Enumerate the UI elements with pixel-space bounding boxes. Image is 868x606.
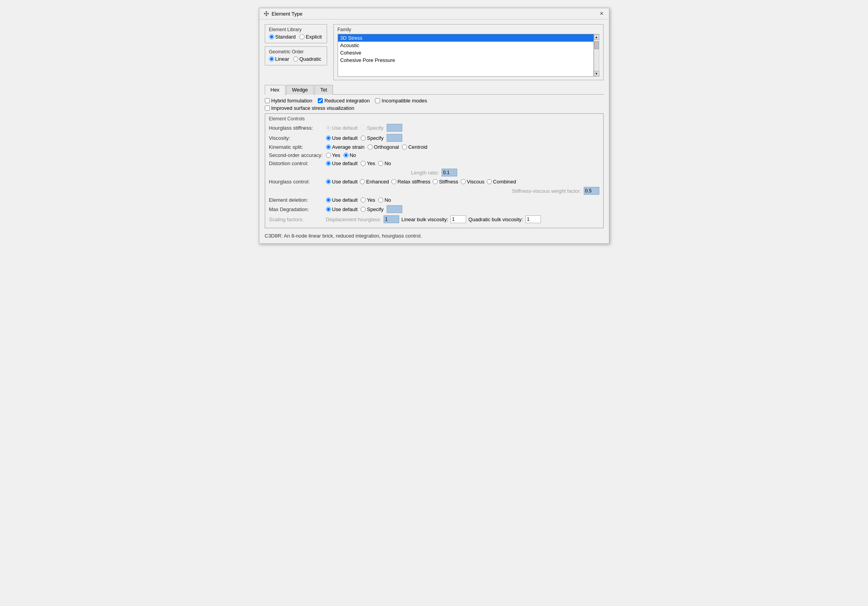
hc-combined-label[interactable]: Combined (487, 179, 516, 185)
hc-enhanced-radio[interactable] (360, 179, 365, 184)
orthogonal-radio[interactable] (368, 144, 373, 150)
quadratic-bulk-viscosity-input[interactable] (525, 215, 541, 223)
tab-hex[interactable]: Hex (265, 85, 285, 95)
tab-bar: Hex Wedge Tet (265, 85, 604, 95)
soa-yes-label[interactable]: Yes (326, 152, 340, 158)
dialog-body: Element Library Standard Explicit Geomet (259, 19, 609, 243)
family-list[interactable]: 3D Stress Acoustic Cohesive Cohesive Por… (338, 34, 594, 77)
hc-combined-radio[interactable] (487, 179, 492, 184)
element-library-label: Element Library (269, 27, 323, 32)
soa-yes-radio[interactable] (326, 153, 331, 158)
md-use-default-label[interactable]: Use default (326, 206, 358, 212)
hc-relax-stiffness-radio[interactable] (391, 179, 396, 184)
dc-use-default-text: Use default (332, 160, 358, 166)
viscosity-input[interactable] (387, 134, 402, 142)
length-ratio-input[interactable] (442, 169, 457, 176)
ed-use-default-radio[interactable] (326, 197, 331, 203)
family-label: Family (338, 27, 599, 32)
dc-no-label[interactable]: No (378, 160, 391, 166)
family-item-cohesive-pore[interactable]: Cohesive Pore Pressure (338, 56, 593, 64)
reduced-integration-label[interactable]: Reduced integration (318, 98, 370, 104)
centroid-text: Centroid (408, 144, 427, 150)
standard-radio[interactable] (269, 34, 274, 39)
hourglass-specify-label: Specify (361, 125, 384, 131)
soa-no-radio[interactable] (343, 153, 349, 158)
orthogonal-label[interactable]: Orthogonal (368, 144, 399, 150)
explicit-label: Explicit (306, 34, 322, 40)
hc-stiffness-radio[interactable] (433, 179, 438, 184)
explicit-radio[interactable] (299, 34, 305, 39)
tab-tet[interactable]: Tet (315, 85, 333, 95)
average-strain-radio[interactable] (326, 144, 331, 150)
centroid-label[interactable]: Centroid (402, 144, 427, 150)
dc-yes-label[interactable]: Yes (361, 160, 375, 166)
quadratic-radio[interactable] (293, 56, 298, 62)
viscosity-specify-label[interactable]: Specify (361, 135, 384, 141)
hybrid-formulation-checkbox[interactable] (265, 98, 270, 103)
centroid-radio[interactable] (402, 144, 407, 150)
hc-viscous-label[interactable]: Viscous (461, 179, 484, 185)
stiffness-viscous-row: Stiffness-viscous weight factor: (269, 187, 599, 195)
close-button[interactable]: × (598, 11, 605, 17)
dc-no-radio[interactable] (378, 161, 383, 166)
viscosity-specify-radio[interactable] (361, 136, 366, 141)
geometric-order-label: Geometric Order (269, 49, 323, 55)
ed-yes-text: Yes (367, 197, 375, 203)
explicit-radio-label[interactable]: Explicit (299, 34, 322, 40)
scroll-down-arrow[interactable]: ▼ (594, 71, 599, 76)
hourglass-stiffness-input[interactable] (387, 124, 402, 132)
viscosity-use-default-radio[interactable] (326, 136, 331, 141)
standard-radio-label[interactable]: Standard (269, 34, 296, 40)
reduced-integration-checkbox[interactable] (318, 98, 323, 103)
hc-viscous-radio[interactable] (461, 179, 466, 184)
scroll-up-arrow[interactable]: ▲ (594, 34, 599, 40)
hc-stiffness-label[interactable]: Stiffness (433, 179, 458, 185)
md-specify-radio[interactable] (361, 207, 366, 212)
hc-use-default-label[interactable]: Use default (326, 179, 358, 185)
ed-use-default-label[interactable]: Use default (326, 197, 358, 203)
ed-yes-radio[interactable] (361, 197, 366, 203)
hc-use-default-radio[interactable] (326, 179, 331, 184)
hc-enhanced-label[interactable]: Enhanced (360, 179, 389, 185)
tab-wedge[interactable]: Wedge (286, 85, 314, 95)
incompatible-modes-label[interactable]: Incompatible modes (375, 98, 427, 104)
dc-use-default-radio[interactable] (326, 161, 331, 166)
stiffness-viscous-input[interactable] (584, 187, 599, 195)
scaling-factors-label: Scaling factors: (269, 217, 324, 222)
viscosity-use-default-text: Use default (332, 135, 358, 141)
linear-radio-label[interactable]: Linear (269, 56, 289, 62)
distortion-control-row: Distortion control: Use default Yes No (269, 160, 599, 166)
hybrid-formulation-label[interactable]: Hybrid formulation (265, 98, 313, 104)
incompatible-modes-checkbox[interactable] (375, 98, 380, 103)
dc-yes-radio[interactable] (361, 161, 366, 166)
dc-no-text: No (384, 160, 391, 166)
incompatible-modes-text: Incompatible modes (382, 98, 427, 104)
improved-surface-label[interactable]: Improved surface stress visualization (265, 105, 604, 111)
family-item-3d-stress[interactable]: 3D Stress (338, 34, 593, 42)
md-specify-label[interactable]: Specify (361, 206, 384, 212)
quadratic-radio-label[interactable]: Quadratic (293, 56, 321, 62)
scaling-factors-row: Scaling factors: Displacement hourglass:… (269, 215, 599, 223)
hc-relax-stiffness-label[interactable]: Relax stiffness (391, 179, 430, 185)
average-strain-text: Average strain (332, 144, 365, 150)
ed-no-label[interactable]: No (378, 197, 391, 203)
displacement-hourglass-input[interactable] (384, 215, 399, 223)
average-strain-label[interactable]: Average strain (326, 144, 365, 150)
ed-yes-label[interactable]: Yes (361, 197, 375, 203)
family-item-cohesive[interactable]: Cohesive (338, 49, 593, 56)
linear-radio[interactable] (269, 56, 274, 62)
max-degradation-input[interactable] (387, 205, 402, 213)
element-deletion-options: Use default Yes No (326, 197, 391, 203)
viscosity-use-default-label[interactable]: Use default (326, 135, 358, 141)
linear-bulk-viscosity-input[interactable] (451, 215, 466, 223)
improved-surface-checkbox[interactable] (265, 106, 270, 111)
ed-no-radio[interactable] (378, 197, 383, 203)
family-item-acoustic[interactable]: Acoustic (338, 42, 593, 49)
hourglass-control-label: Hourglass control: (269, 179, 324, 185)
scroll-thumb[interactable] (594, 41, 599, 49)
dc-use-default-label[interactable]: Use default (326, 160, 358, 166)
tabs-section: Hex Wedge Tet (265, 85, 604, 95)
family-scrollbar[interactable]: ▲ ▼ (594, 34, 599, 77)
soa-no-label[interactable]: No (343, 152, 356, 158)
md-use-default-radio[interactable] (326, 207, 331, 212)
